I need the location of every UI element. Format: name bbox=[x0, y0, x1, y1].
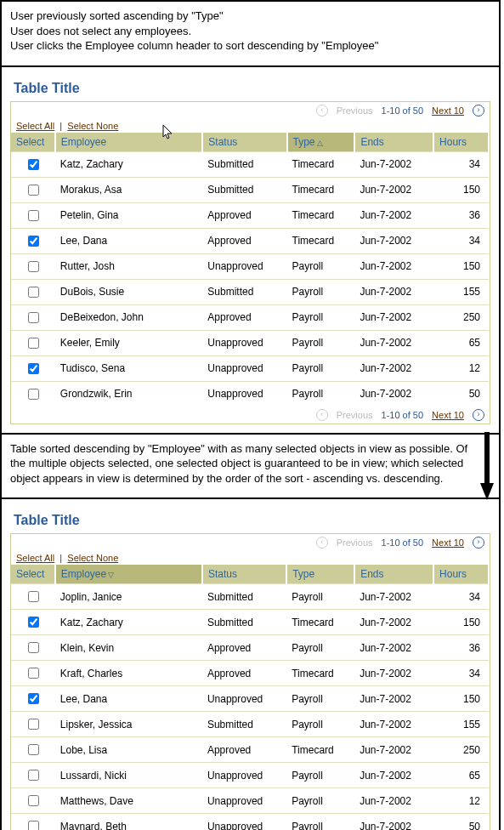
row-checkbox[interactable] bbox=[28, 795, 39, 806]
cell-employee: DuBois, Susie bbox=[55, 279, 203, 304]
sort-indicator-icon: △ bbox=[317, 139, 323, 147]
cell-ends: Jun-7-2002 bbox=[354, 737, 433, 763]
row-checkbox[interactable] bbox=[28, 617, 39, 628]
cell-ends: Jun-7-2002 bbox=[354, 330, 433, 355]
row-checkbox[interactable] bbox=[28, 821, 39, 830]
cell-hours: 50 bbox=[433, 381, 489, 406]
cell-employee: Rutter, Josh bbox=[55, 253, 203, 279]
cell-ends: Jun-7-2002 bbox=[354, 788, 433, 814]
cell-type: Timecard bbox=[286, 661, 354, 686]
prev-icon: ‹ bbox=[316, 537, 328, 549]
col-select-header[interactable]: Select bbox=[11, 133, 55, 152]
table-row: Matthews, Dave Unapproved Payroll Jun-7-… bbox=[11, 788, 489, 814]
cell-type: Timecard bbox=[287, 202, 355, 228]
col-type-header[interactable]: Type bbox=[286, 565, 354, 584]
col-ends-header[interactable]: Ends bbox=[354, 565, 433, 584]
row-checkbox[interactable] bbox=[28, 185, 39, 196]
cell-hours: 150 bbox=[433, 177, 489, 202]
row-checkbox[interactable] bbox=[28, 642, 39, 653]
prev-icon: ‹ bbox=[316, 105, 328, 117]
cell-employee: Petelin, Gina bbox=[55, 202, 203, 228]
row-checkbox[interactable] bbox=[28, 719, 39, 730]
cell-status: Submitted bbox=[202, 584, 286, 610]
next-link[interactable]: Next 10 bbox=[432, 537, 464, 548]
cell-employee: Maynard, Beth bbox=[55, 814, 202, 830]
cell-employee: Kraft, Charles bbox=[55, 661, 202, 686]
cell-type: Timecard bbox=[287, 177, 355, 202]
col-status-header[interactable]: Status bbox=[202, 565, 286, 584]
previous-link: Previous bbox=[337, 105, 373, 116]
next-link[interactable]: Next 10 bbox=[432, 105, 464, 116]
table-row: Grondzwik, Erin Unapproved Payroll Jun-7… bbox=[11, 381, 489, 406]
cell-ends: Jun-7-2002 bbox=[354, 279, 433, 304]
row-checkbox[interactable] bbox=[28, 770, 39, 781]
row-checkbox[interactable] bbox=[28, 591, 39, 602]
next-link[interactable]: Next 10 bbox=[432, 410, 464, 420]
row-checkbox[interactable] bbox=[28, 744, 39, 755]
col-employee-header[interactable]: Employee bbox=[55, 133, 203, 152]
select-none-link[interactable]: Select None bbox=[67, 121, 118, 131]
col-status-header[interactable]: Status bbox=[202, 133, 286, 152]
previous-link: Previous bbox=[337, 410, 373, 420]
sort-indicator-icon: ▽ bbox=[108, 571, 114, 579]
table-row: DeBeixedon, John Approved Payroll Jun-7-… bbox=[11, 304, 489, 330]
cell-employee: Joplin, Janice bbox=[55, 584, 202, 610]
col-type-header[interactable]: Type△ bbox=[287, 133, 355, 152]
cell-status: Submitted bbox=[202, 177, 286, 202]
cell-type: Payroll bbox=[287, 253, 355, 279]
cell-type: Payroll bbox=[287, 355, 355, 381]
cell-status: Submitted bbox=[202, 279, 286, 304]
cell-type: Payroll bbox=[286, 763, 354, 788]
cell-status: Submitted bbox=[202, 712, 286, 737]
row-checkbox[interactable] bbox=[28, 312, 39, 323]
data-table: SelectEmployee▽StatusTypeEndsHours Jopli… bbox=[11, 565, 490, 830]
row-checkbox[interactable] bbox=[28, 159, 39, 170]
select-none-link[interactable]: Select None bbox=[67, 553, 118, 563]
next-icon[interactable]: › bbox=[473, 105, 484, 117]
cell-ends: Jun-7-2002 bbox=[354, 202, 433, 228]
next-icon[interactable]: › bbox=[473, 537, 484, 549]
range-text: 1-10 of 50 bbox=[382, 537, 424, 548]
row-checkbox[interactable] bbox=[28, 693, 39, 704]
next-icon[interactable]: › bbox=[473, 409, 484, 421]
row-checkbox[interactable] bbox=[28, 210, 39, 221]
cell-type: Payroll bbox=[286, 686, 354, 712]
prev-icon: ‹ bbox=[316, 409, 328, 421]
pager-top: ‹ Previous 1-10 of 50 Next 10 › bbox=[11, 102, 490, 119]
select-all-link[interactable]: Select All bbox=[16, 553, 54, 563]
row-checkbox[interactable] bbox=[28, 389, 39, 400]
row-checkbox[interactable] bbox=[28, 287, 39, 298]
cell-type: Timecard bbox=[287, 151, 355, 177]
row-checkbox[interactable] bbox=[28, 668, 39, 679]
cell-status: Submitted bbox=[202, 151, 286, 177]
cell-status: Approved bbox=[202, 304, 286, 330]
cell-hours: 36 bbox=[433, 635, 489, 661]
table-row: Keeler, Emily Unapproved Payroll Jun-7-2… bbox=[11, 330, 489, 355]
table-row: Maynard, Beth Unapproved Payroll Jun-7-2… bbox=[11, 814, 489, 830]
select-all-link[interactable]: Select All bbox=[16, 121, 54, 131]
cell-hours: 34 bbox=[433, 151, 489, 177]
table-row: Petelin, Gina Approved Timecard Jun-7-20… bbox=[11, 202, 489, 228]
row-checkbox[interactable] bbox=[28, 261, 39, 272]
cell-type: Payroll bbox=[287, 304, 355, 330]
cell-ends: Jun-7-2002 bbox=[354, 177, 433, 202]
cell-hours: 150 bbox=[433, 686, 489, 712]
col-hours-header[interactable]: Hours bbox=[433, 565, 489, 584]
cell-status: Unapproved bbox=[202, 763, 286, 788]
col-employee-header[interactable]: Employee▽ bbox=[55, 565, 202, 584]
cell-status: Unapproved bbox=[202, 788, 286, 814]
table-row: Lee, Dana Unapproved Payroll Jun-7-2002 … bbox=[11, 686, 489, 712]
select-links: Select All | Select None bbox=[11, 551, 490, 565]
col-ends-header[interactable]: Ends bbox=[354, 133, 433, 152]
cell-employee: Lee, Dana bbox=[55, 228, 203, 253]
row-checkbox[interactable] bbox=[28, 363, 39, 374]
table-row: Lussardi, Nicki Unapproved Payroll Jun-7… bbox=[11, 763, 489, 788]
cell-ends: Jun-7-2002 bbox=[354, 814, 433, 830]
row-checkbox[interactable] bbox=[28, 338, 39, 349]
col-hours-header[interactable]: Hours bbox=[433, 133, 489, 152]
cell-type: Timecard bbox=[287, 228, 355, 253]
cell-employee: Matthews, Dave bbox=[55, 788, 202, 814]
row-checkbox[interactable] bbox=[28, 236, 39, 247]
col-select-header[interactable]: Select bbox=[11, 565, 55, 584]
cell-status: Submitted bbox=[202, 610, 286, 635]
